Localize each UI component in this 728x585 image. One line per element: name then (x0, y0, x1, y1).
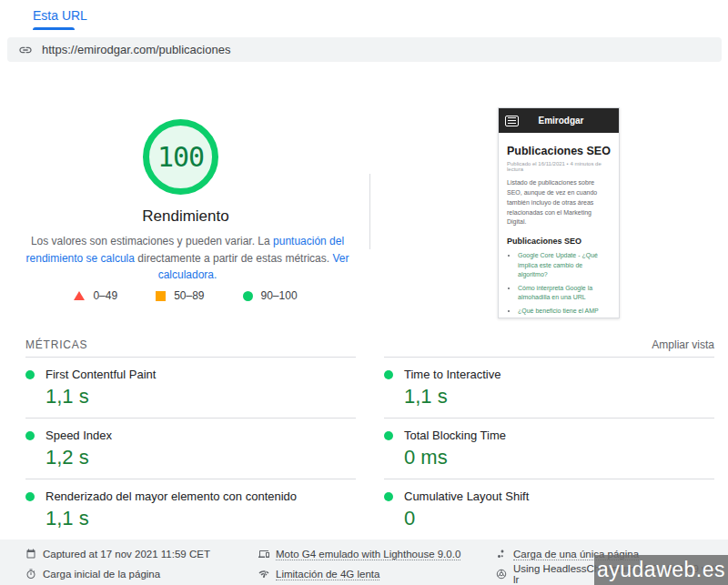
chrome-icon (496, 569, 507, 580)
gauge-category-label: Rendimiento (0, 207, 371, 226)
metric-speed-index: Speed Index 1,2 s (25, 419, 356, 479)
stopwatch-icon (25, 569, 36, 580)
legend-average: 50–89 (156, 289, 204, 302)
pass-dot-icon (384, 370, 393, 379)
expand-view-button[interactable]: Ampliar vista (652, 338, 714, 351)
preview-meta: Publicado el 16/11/2021 • 4 minutos de l… (507, 161, 611, 172)
metric-value: 1,1 s (46, 385, 356, 408)
url-text: https://emirodgar.com/publicaciones (42, 43, 230, 56)
metric-value: 1,1 s (46, 507, 356, 530)
legend-pass: 90–100 (243, 289, 298, 302)
preview-paragraph: Listado de publicaciones sobre SEO, aunq… (507, 178, 611, 227)
score-value: 100 (157, 141, 204, 173)
tab-esta-url[interactable]: Esta URL (33, 8, 87, 23)
metric-value: 1,1 s (404, 385, 714, 408)
network-icon (258, 569, 269, 580)
preview-heading: Publicaciones SEO (507, 145, 611, 157)
metric-value: 0 ms (404, 446, 714, 469)
pass-dot-icon (384, 431, 393, 440)
desc-text-2: directamente a partir de estas métricas. (135, 252, 332, 265)
url-bar[interactable]: https://emirodgar.com/publicaciones (7, 37, 722, 62)
metrics-grid: First Contentful Paint 1,1 s Time to Int… (25, 357, 714, 540)
performance-score-gauge: 100 (143, 119, 218, 195)
metric-value: 1,2 s (46, 446, 356, 469)
desc-text-1: Los valores son estimaciones y pueden va… (31, 235, 273, 247)
legend-pass-label: 90–100 (261, 289, 298, 302)
preview-site-header: Emirodgar (499, 108, 619, 133)
legend-fail: 0–49 (74, 289, 117, 302)
triangle-icon (74, 291, 85, 300)
pass-dot-icon (25, 431, 35, 440)
link-icon (18, 43, 33, 57)
watermark: ayudaweb.es (594, 555, 728, 585)
calendar-icon (25, 549, 36, 560)
list-item: Google Core Update - ¿Qué implica este c… (518, 251, 611, 280)
score-legend: 0–49 50–89 90–100 (0, 289, 371, 302)
list-item: ¿Qué beneficio tiene el AMP para el SEO? (518, 307, 611, 318)
legend-fail-label: 0–49 (93, 289, 117, 302)
metric-cumulative-layout-shift: Cumulative Layout Shift 0 (384, 479, 714, 540)
preview-subheading: Publicaciones SEO (507, 237, 611, 246)
pagespeed-report: Esta URL https://emirodgar.com/publicaci… (0, 0, 728, 585)
preview-site-title: Emirodgar (519, 116, 612, 126)
metric-first-contentful-paint: First Contentful Paint 1,1 s (25, 357, 356, 419)
footer-column-2: Moto G4 emulado with Lighthouse 9.0.0 Li… (258, 547, 460, 581)
metric-value: 0 (404, 507, 714, 530)
metric-label: Total Blocking Time (404, 429, 506, 442)
network-throttling[interactable]: Limitación de 4G lenta (258, 567, 460, 581)
metric-largest-contentful-paint: Renderizado del mayor elemento con conte… (25, 479, 356, 540)
metric-time-to-interactive: Time to Interactive 1,1 s (384, 357, 714, 419)
metric-label: Cumulative Layout Shift (404, 489, 529, 503)
circle-icon (243, 291, 253, 301)
page-screenshot-thumbnail[interactable]: Emirodgar Publicaciones SEO Publicado el… (498, 107, 620, 318)
vertical-divider (369, 174, 370, 249)
list-item: Cómo interpreta Google la almohadilla en… (518, 284, 611, 303)
emulated-device[interactable]: Moto G4 emulado with Lighthouse 9.0.0 (258, 547, 460, 561)
metric-label: Time to Interactive (404, 368, 500, 381)
score-description: Los valores son estimaciones y pueden va… (23, 233, 352, 284)
tab-active-underline (33, 27, 75, 30)
captured-at: Captured at 17 nov 2021 11:59 CET (25, 547, 210, 561)
single-page-icon (496, 549, 507, 560)
initial-page-load: Carga inicial de la página (25, 567, 210, 581)
metrics-section-title: MÉTRICAS (25, 338, 87, 351)
devices-icon (258, 549, 269, 560)
square-icon (156, 291, 166, 301)
preview-body: Publicaciones SEO Publicado el 16/11/202… (499, 133, 619, 318)
metric-label: Speed Index (46, 429, 112, 442)
preview-article-list: Google Core Update - ¿Qué implica este c… (507, 251, 611, 318)
legend-average-label: 50–89 (174, 289, 204, 302)
metric-label: First Contentful Paint (46, 368, 156, 381)
footer-column-1: Captured at 17 nov 2021 11:59 CET Carga … (25, 547, 210, 581)
pass-dot-icon (25, 370, 35, 379)
metric-total-blocking-time: Total Blocking Time 0 ms (384, 419, 714, 479)
pass-dot-icon (25, 492, 35, 501)
pass-dot-icon (384, 492, 393, 501)
metric-label: Renderizado del mayor elemento con conte… (46, 489, 297, 503)
hamburger-menu-icon (505, 116, 519, 126)
